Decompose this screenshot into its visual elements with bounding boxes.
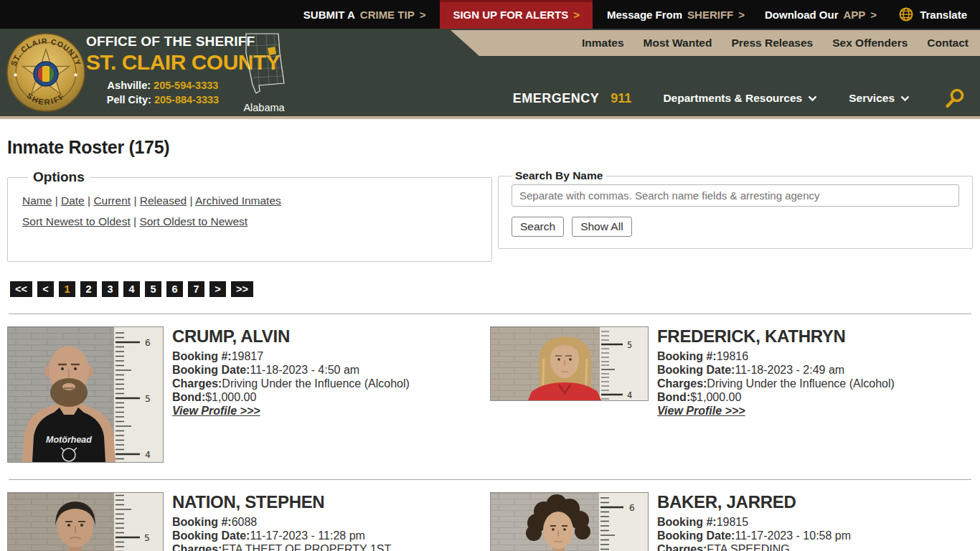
sort-links-row: Sort Newest to OldestSort Oldest to Newe… — [22, 215, 479, 228]
inmate-name: BAKER, JARRED — [657, 493, 851, 512]
inmate-name: CRUMP, ALVIN — [172, 327, 410, 346]
nav-inmates[interactable]: Inmates — [582, 37, 624, 50]
page-1[interactable]: 1 — [59, 281, 75, 297]
page-prev[interactable]: < — [37, 281, 54, 297]
page-next[interactable]: > — [209, 281, 226, 297]
search-icon — [944, 88, 966, 109]
sort-oldest-to-newest[interactable]: Sort Oldest to Newest — [139, 215, 248, 227]
county-line: ST. CLAIR COUNTY — [86, 50, 240, 75]
bond-line: Bond:$1,000.00 — [172, 390, 410, 404]
view-profile-link[interactable]: View Profile >>> — [657, 405, 745, 418]
divider — [9, 314, 971, 314]
page-7[interactable]: 7 — [188, 281, 204, 297]
translate-label: Translate — [920, 9, 967, 21]
submit-crime-tip-link[interactable]: SUBMIT A CRIME TIP > — [293, 0, 436, 29]
booking-number-line: Booking #:19816 — [657, 349, 895, 363]
search-button[interactable]: Search — [512, 217, 564, 237]
menu-departments-resources[interactable]: Departments & Resources — [663, 92, 817, 105]
search-toggle-button[interactable] — [944, 88, 966, 109]
sort-newest-to-oldest[interactable]: Sort Newest to Oldest — [22, 215, 131, 227]
inmate-card: 5 NATION, STEPHEN Booking #:6088 Booking… — [7, 492, 490, 551]
signup-alerts-button[interactable]: SIGN UP FOR ALERTS > — [440, 0, 593, 29]
emergency-number: 911 — [611, 91, 631, 106]
pagination: << < 1 2 3 4 5 6 7 > >> — [10, 281, 973, 297]
crime-tip-highlight: CRIME TIP — [360, 9, 415, 21]
mugshot-photo[interactable]: 6 — [490, 492, 649, 551]
message-prefix: Message From — [607, 9, 682, 21]
main-content: Inmate Roster (175) Options NameDateCurr… — [0, 137, 980, 551]
phone-number: 205-594-3333 — [154, 80, 218, 91]
page-2[interactable]: 2 — [80, 281, 97, 297]
options-legend: Options — [28, 169, 90, 185]
page-title: Inmate Roster (175) — [7, 137, 973, 158]
filter-released[interactable]: Released — [140, 194, 187, 207]
filter-current[interactable]: Current — [93, 194, 131, 207]
view-profile-link[interactable]: View Profile >>> — [172, 405, 260, 418]
chevron-right-icon: > — [738, 9, 745, 21]
booking-date-line: Booking Date:11-18-2023 - 4:50 am — [172, 363, 410, 377]
nav-contact[interactable]: Contact — [927, 37, 969, 50]
bond-line: Bond:$1,000.00 — [657, 390, 895, 404]
mugshot-photo[interactable]: 5 — [7, 492, 164, 551]
phone-label: Pell City: — [107, 94, 151, 105]
mugshot-photo[interactable]: 5 4 — [490, 326, 649, 401]
alabama-map-block: Alabama — [241, 32, 287, 113]
ruler-number: 6 — [145, 337, 151, 348]
filter-name[interactable]: Name — [22, 194, 52, 207]
mugshot-photo[interactable]: 6 5 4 Motörhead — [7, 326, 164, 463]
alerts-label: SIGN UP FOR ALERTS — [453, 9, 568, 21]
crime-tip-prefix: SUBMIT A — [303, 9, 355, 21]
inmate-card: 6 5 4 Motörhead — [7, 326, 490, 463]
page-5[interactable]: 5 — [145, 281, 161, 297]
menu-departments-label: Departments & Resources — [663, 92, 802, 105]
page-3[interactable]: 3 — [102, 281, 118, 297]
divider — [9, 479, 971, 480]
state-label: Alabama — [241, 102, 287, 113]
booking-number-line: Booking #:19817 — [172, 349, 410, 363]
filter-date[interactable]: Date — [61, 194, 85, 207]
ruler-number: 6 — [629, 502, 635, 513]
booking-number-line: Booking #:19815 — [657, 515, 851, 529]
inmate-info: CRUMP, ALVIN Booking #:19817 Booking Dat… — [172, 326, 410, 418]
nav-sex-offenders[interactable]: Sex Offenders — [832, 37, 908, 50]
search-input[interactable] — [512, 184, 959, 207]
shirt-logo-text: Motörhead — [46, 435, 92, 445]
chevron-down-icon — [900, 95, 910, 102]
translate-button[interactable]: Translate — [887, 0, 970, 29]
phone-number: 205-884-3333 — [154, 94, 219, 105]
page-6[interactable]: 6 — [166, 281, 183, 297]
nav-press-releases[interactable]: Press Releases — [731, 37, 813, 50]
booking-date-line: Booking Date:11-18-2023 - 2:49 am — [657, 363, 895, 377]
filter-archived-inmates[interactable]: Archived Inmates — [195, 194, 281, 207]
inmate-card: 5 4 FREDERICK, KATHRYN Booking #:19816 B… — [490, 326, 973, 463]
inmate-card: 6 BAKER, JARRED Booking #:19815 — [490, 492, 973, 551]
download-app-link[interactable]: Download Our APP > — [755, 0, 887, 29]
inmate-info: FREDERICK, KATHRYN Booking #:19816 Booki… — [657, 326, 895, 418]
page-last[interactable]: >> — [231, 281, 253, 297]
phone-ashville: Ashville: 205-594-3333 — [86, 80, 240, 91]
menu-services-label: Services — [849, 92, 895, 105]
message-from-sheriff-link[interactable]: Message From SHERIFF > — [597, 0, 755, 29]
ruler-number: 5 — [144, 532, 150, 543]
emergency-label: EMERGENCY — [513, 91, 600, 106]
inmate-name: NATION, STEPHEN — [172, 493, 391, 512]
show-all-button[interactable]: Show All — [572, 217, 631, 237]
chevron-right-icon: > — [420, 9, 426, 21]
inmate-name: FREDERICK, KATHRYN — [657, 327, 895, 346]
app-highlight: APP — [844, 9, 866, 21]
chevron-down-icon — [808, 95, 817, 102]
svg-text:★: ★ — [73, 72, 78, 78]
ruler-number: 4 — [627, 390, 632, 400]
nav-most-wanted[interactable]: Most Wanted — [644, 37, 712, 50]
charges-line: Charges:FTA SPEEDING — [657, 542, 851, 551]
emergency-notice: EMERGENCY 911 — [513, 91, 632, 106]
charges-line: Charges:FTA THEFT OF PROPERTY 1ST — [172, 542, 391, 551]
page-first[interactable]: << — [10, 281, 32, 297]
office-line: OFFICE OF THE SHERIFF — [86, 34, 240, 50]
ruler-number: 5 — [145, 393, 151, 404]
filter-links-row: NameDateCurrentReleasedArchived Inmates — [22, 194, 479, 207]
menu-services[interactable]: Services — [849, 92, 910, 105]
page-4[interactable]: 4 — [123, 281, 140, 297]
search-legend: Search By Name — [512, 169, 606, 182]
site-header: ST. CLAIR COUNTY SHERIFF ★ ★ OFFICE OF T… — [0, 29, 980, 119]
